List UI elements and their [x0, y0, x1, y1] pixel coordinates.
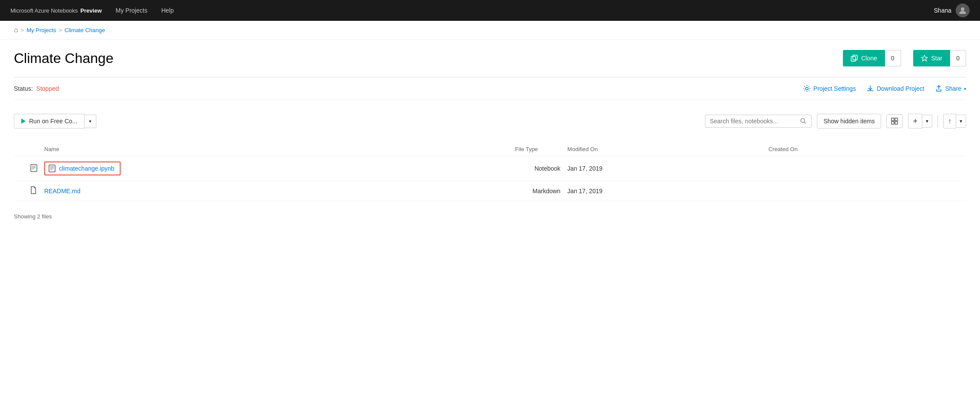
th-name: Name — [41, 142, 362, 156]
breadcrumb-sep-2: > — [59, 27, 62, 33]
project-settings-button[interactable]: Project Settings — [803, 85, 856, 92]
username: Shana — [934, 7, 951, 14]
highlighted-file-wrapper: climatechange.ipynb — [44, 162, 121, 175]
clone-count: 0 — [885, 50, 901, 66]
star-icon — [921, 55, 928, 62]
home-icon[interactable]: ⌂ — [14, 26, 18, 34]
row-check[interactable] — [14, 156, 27, 181]
th-icon — [27, 142, 41, 156]
svg-point-0 — [961, 7, 964, 11]
file-name-link[interactable]: climatechange.ipynb — [59, 165, 115, 172]
svg-rect-7 — [895, 118, 898, 121]
file-name-link[interactable]: README.md — [44, 188, 80, 195]
star-button[interactable]: Star — [913, 50, 951, 66]
share-icon — [935, 85, 943, 92]
status-actions: Project Settings Download Project Share … — [803, 85, 966, 92]
project-actions: Clone 0 Star 0 — [843, 50, 966, 66]
search-box — [705, 115, 812, 128]
row-filetype: Notebook — [362, 156, 564, 181]
row-file-name: climatechange.ipynb — [41, 156, 362, 181]
share-chevron-icon: ▾ — [964, 86, 966, 91]
toolbar-right: Show hidden items + ▾ — [705, 114, 966, 129]
run-button[interactable]: Run on Free Co... — [14, 114, 85, 129]
run-dropdown-chevron-icon: ▾ — [89, 119, 92, 124]
nav-links: My Projects Help — [116, 7, 934, 14]
svg-point-4 — [806, 87, 808, 90]
show-hidden-button[interactable]: Show hidden items — [817, 114, 881, 129]
run-icon — [21, 119, 26, 124]
notebook-icon-highlight — [49, 165, 56, 172]
file-icon — [30, 186, 36, 194]
sort-group: ↑ ▾ — [943, 114, 966, 129]
svg-rect-14 — [49, 165, 55, 172]
search-input[interactable] — [710, 118, 796, 125]
star-count: 0 — [950, 50, 966, 66]
star-group: Star 0 — [910, 50, 966, 66]
row-file-icon — [27, 181, 41, 201]
clone-icon — [851, 55, 858, 62]
row-modified: Jan 17, 2019 — [564, 156, 765, 181]
add-chevron-icon: ▾ — [926, 118, 928, 124]
row-created — [765, 156, 966, 181]
status-value: Stopped — [36, 85, 59, 92]
main-content: Climate Change Clone 0 Star — [0, 40, 980, 234]
file-list: climatechange.ipynbNotebookJan 17, 2019R… — [14, 156, 966, 201]
showing-files: Showing 2 files — [14, 210, 966, 223]
toolbar-divider — [937, 115, 938, 127]
project-title: Climate Change — [14, 50, 113, 66]
sort-chevron-icon: ▾ — [960, 118, 962, 124]
view-toggle-button[interactable] — [886, 114, 903, 128]
row-file-name: README.md — [41, 181, 362, 201]
add-group: + ▾ — [908, 114, 932, 129]
top-navigation: Microsoft Azure Notebooks Preview My Pro… — [0, 0, 980, 21]
breadcrumb: ⌂ > My Projects > Climate Change — [0, 21, 980, 40]
settings-icon — [803, 85, 811, 92]
svg-rect-2 — [853, 55, 857, 60]
th-filetype: File Type — [362, 142, 564, 156]
svg-rect-6 — [892, 118, 894, 121]
th-created: Created On — [765, 142, 966, 156]
brand-name: Microsoft Azure Notebooks — [10, 7, 78, 14]
sort-button[interactable]: ↑ — [943, 114, 956, 129]
nav-my-projects[interactable]: My Projects — [116, 7, 147, 14]
row-file-icon — [27, 156, 41, 181]
row-filetype: Markdown — [362, 181, 564, 201]
toolbar: Run on Free Co... ▾ Show hidden items — [14, 109, 966, 134]
add-button[interactable]: + — [908, 114, 922, 129]
status-left: Status: Stopped — [14, 85, 59, 92]
avatar[interactable] — [956, 3, 970, 17]
table-row: README.mdMarkdownJan 17, 2019 — [14, 181, 966, 201]
clone-group: Clone 0 — [843, 50, 901, 66]
svg-rect-8 — [892, 122, 894, 124]
row-check[interactable] — [14, 181, 27, 201]
clone-button[interactable]: Clone — [843, 50, 885, 66]
status-bar: Status: Stopped Project Settings Downloa… — [14, 77, 966, 100]
row-modified: Jan 17, 2019 — [564, 181, 765, 201]
svg-rect-1 — [851, 56, 855, 61]
share-button[interactable]: Share ▾ — [935, 85, 966, 92]
nav-help[interactable]: Help — [161, 7, 174, 14]
notebook-icon — [30, 164, 37, 172]
breadcrumb-current[interactable]: Climate Change — [65, 27, 105, 33]
file-table: Name File Type Modified On Created On cl… — [14, 142, 966, 201]
breadcrumb-sep-1: > — [21, 27, 24, 33]
th-check — [14, 142, 27, 156]
download-icon — [866, 85, 874, 92]
sort-dropdown-button[interactable]: ▾ — [956, 115, 966, 128]
preview-label: Preview — [80, 7, 102, 14]
breadcrumb-my-projects[interactable]: My Projects — [26, 27, 56, 33]
th-modified: Modified On — [564, 142, 765, 156]
search-icon — [800, 118, 807, 125]
svg-marker-3 — [921, 55, 928, 61]
view-icon — [891, 118, 898, 125]
table-row: climatechange.ipynbNotebookJan 17, 2019 — [14, 156, 966, 181]
project-header: Climate Change Clone 0 Star — [14, 50, 966, 66]
run-dropdown-button[interactable]: ▾ — [85, 115, 96, 128]
svg-rect-10 — [31, 165, 37, 172]
svg-rect-9 — [895, 122, 898, 124]
download-project-button[interactable]: Download Project — [866, 85, 924, 92]
user-section: Shana — [934, 3, 970, 17]
add-dropdown-button[interactable]: ▾ — [922, 115, 932, 128]
toolbar-left: Run on Free Co... ▾ — [14, 114, 96, 129]
row-created — [765, 181, 966, 201]
